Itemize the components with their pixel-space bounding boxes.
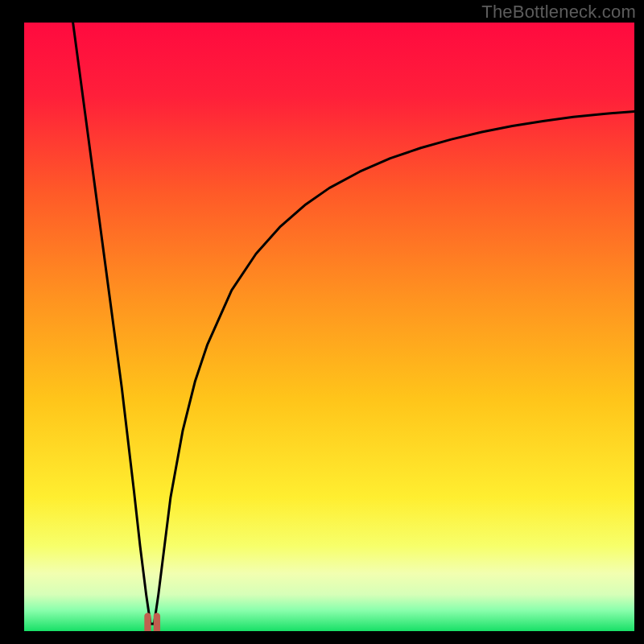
plot-area <box>24 23 634 631</box>
watermark-text: TheBottleneck.com <box>481 2 636 23</box>
outer-frame: TheBottleneck.com <box>0 0 644 644</box>
chart-svg <box>24 23 634 631</box>
gradient-background <box>24 23 634 631</box>
